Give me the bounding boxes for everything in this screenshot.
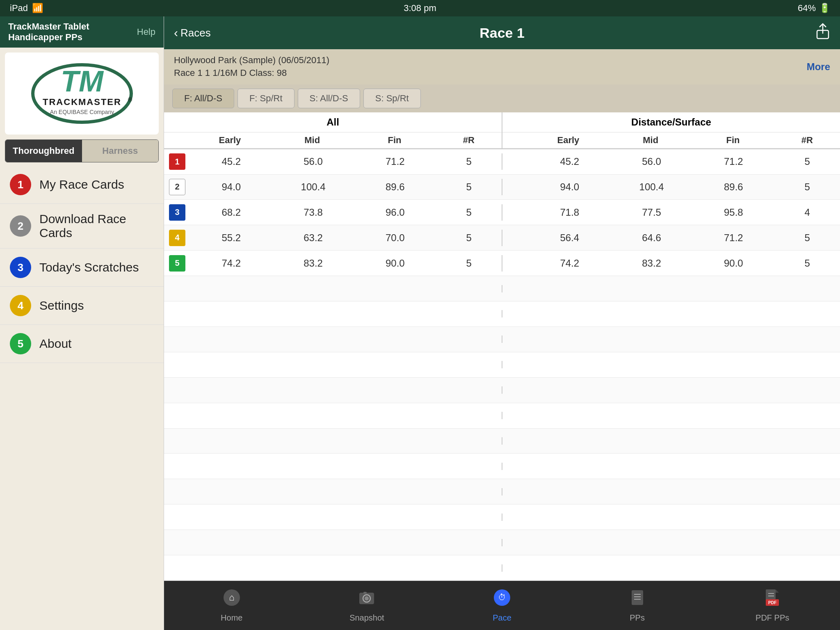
back-button[interactable]: ‹ Races <box>174 26 211 40</box>
row-right-section: 74.283.290.05 <box>502 258 840 269</box>
share-icon <box>815 23 830 39</box>
back-label: Races <box>180 27 211 39</box>
cell-ds-nr: 5 <box>774 181 840 193</box>
sidebar: TrackMaster Tablet Handicapper PPs Help … <box>0 16 164 630</box>
col-header-mid-left: Mid <box>271 135 354 146</box>
table-row-empty <box>164 403 840 429</box>
row-badge: 4 <box>169 230 185 246</box>
cell-ds-early: 45.2 <box>529 156 611 167</box>
nav-item-about[interactable]: 5 About <box>0 325 164 363</box>
tab-s-sprt[interactable]: S: Sp/Rt <box>363 89 421 108</box>
svg-text:An EQUIBASE Company: An EQUIBASE Company <box>50 109 114 115</box>
status-bar-center: 3:08 pm <box>404 3 436 14</box>
row-left-section: 455.263.270.05 <box>164 230 502 246</box>
race-info-line2: Race 1 1 1/16M D Class: 98 <box>174 67 329 80</box>
bottom-tab-pace[interactable]: ⏱ Pace <box>469 589 535 623</box>
col-header-nr-left: #R <box>436 135 502 146</box>
device-label: iPad <box>10 3 28 14</box>
svg-text:⌂: ⌂ <box>229 592 234 603</box>
svg-text:⏱: ⏱ <box>498 593 506 602</box>
svg-rect-14 <box>632 590 643 605</box>
nav-item-download-race-cards[interactable]: 2 Download Race Cards <box>0 204 164 249</box>
cell-ds-early: 94.0 <box>529 181 611 193</box>
nav-badge-1: 1 <box>10 174 31 195</box>
status-bar-right: 64% 🔋 <box>798 3 830 14</box>
trackmaster-logo: TM TRACKMASTER ® An EQUIBASE Company <box>29 61 135 126</box>
home-tab-label: Home <box>221 613 242 623</box>
col-header-fin-right: Fin <box>692 135 774 146</box>
nav-label-my-race-cards: My Race Cards <box>39 178 124 192</box>
table-row-empty <box>164 276 840 301</box>
tab-f-allds[interactable]: F: All/D-S <box>172 89 234 108</box>
svg-text:®: ® <box>128 96 132 103</box>
cell-ds-fin: 90.0 <box>692 258 774 269</box>
battery-icon: 🔋 <box>819 3 830 14</box>
nav-item-settings[interactable]: 4 Settings <box>0 287 164 325</box>
row-right-section: 71.877.595.84 <box>502 207 840 218</box>
table-row-empty <box>164 555 840 581</box>
cell-ds-mid: 64.6 <box>611 232 693 244</box>
cell-nr: 5 <box>436 207 502 218</box>
tab-f-sprt[interactable]: F: Sp/Rt <box>237 89 294 108</box>
row-right-section: 56.464.671.25 <box>502 232 840 244</box>
nav-badge-2: 2 <box>10 215 31 237</box>
bottom-tab-home[interactable]: ⌂ Home <box>199 589 265 623</box>
table-row: 455.263.270.0556.464.671.25 <box>164 225 840 251</box>
nav-label-about: About <box>39 337 71 351</box>
cell-mid: 73.8 <box>272 207 354 218</box>
time-display: 3:08 pm <box>404 3 436 13</box>
type-segment-control[interactable]: Thoroughbred Harness <box>5 139 159 162</box>
wifi-icon: 📶 <box>32 3 43 14</box>
nav-badge-5: 5 <box>10 333 31 354</box>
cell-mid: 100.4 <box>272 181 354 193</box>
table-row: 574.283.290.0574.283.290.05 <box>164 251 840 276</box>
logo-area: TM TRACKMASTER ® An EQUIBASE Company <box>5 52 159 135</box>
sidebar-header: TrackMaster Tablet Handicapper PPs Help <box>0 16 164 48</box>
nav-badge-3: 3 <box>10 257 31 278</box>
row-empty-left <box>164 514 502 521</box>
cell-fin: 90.0 <box>354 258 436 269</box>
row-empty-left <box>164 412 502 419</box>
thoroughbred-tab[interactable]: Thoroughbred <box>5 140 82 162</box>
cell-ds-mid: 100.4 <box>611 181 693 193</box>
svg-text:TM: TM <box>61 65 104 98</box>
tab-s-allds[interactable]: S: All/D-S <box>298 89 360 108</box>
share-button[interactable] <box>815 23 830 43</box>
bottom-tab-snapshot[interactable]: Snapshot <box>334 589 399 623</box>
cell-ds-mid: 77.5 <box>611 207 693 218</box>
all-section-title: All <box>164 112 502 132</box>
harness-tab[interactable]: Harness <box>82 140 159 162</box>
cell-early: 55.2 <box>190 232 272 244</box>
nav-item-todays-scratches[interactable]: 3 Today's Scratches <box>0 249 164 287</box>
svg-text:PDF: PDF <box>768 600 776 605</box>
bottom-tab-pdf-pps[interactable]: PDF PDF PPs <box>740 589 805 623</box>
bottom-tab-pps[interactable]: PPs <box>605 589 670 623</box>
cell-ds-early: 74.2 <box>529 258 611 269</box>
cell-ds-nr: 5 <box>774 258 840 269</box>
more-button[interactable]: More <box>807 61 830 73</box>
row-empty-left <box>164 488 502 495</box>
cell-fin: 89.6 <box>354 181 436 193</box>
bottom-tab-bar: ⌂ Home Snapshot ⏱ Pace PPs PDF PD <box>164 581 840 630</box>
col-header-fin-left: Fin <box>354 135 436 146</box>
row-empty-left <box>164 539 502 546</box>
cell-ds-fin: 89.6 <box>692 181 774 193</box>
nav-label-todays-scratches: Today's Scratches <box>39 260 139 274</box>
nav-label-settings: Settings <box>39 299 84 313</box>
row-badge: 2 <box>169 179 185 195</box>
row-empty-left <box>164 564 502 572</box>
race-info-text: Hollywood Park (Sample) (06/05/2011) Rac… <box>174 54 329 80</box>
cell-ds-early: 56.4 <box>529 232 611 244</box>
nav-item-my-race-cards[interactable]: 1 My Race Cards <box>0 166 164 204</box>
main-content: ‹ Races Race 1 Hollywood Park (Sample) (… <box>164 16 840 630</box>
pace-table: All Early Mid Fin #R Distance/Surface Ea… <box>164 112 840 581</box>
cell-ds-nr: 5 <box>774 232 840 244</box>
row-left-section: 574.283.290.05 <box>164 255 502 272</box>
row-left-section: 294.0100.489.65 <box>164 179 502 195</box>
back-chevron-icon: ‹ <box>174 26 178 40</box>
cell-nr: 5 <box>436 181 502 193</box>
row-empty-left <box>164 336 502 343</box>
col-header-early-left: Early <box>189 135 271 146</box>
main-nav-bar: ‹ Races Race 1 <box>164 16 840 49</box>
help-button[interactable]: Help <box>137 27 155 37</box>
